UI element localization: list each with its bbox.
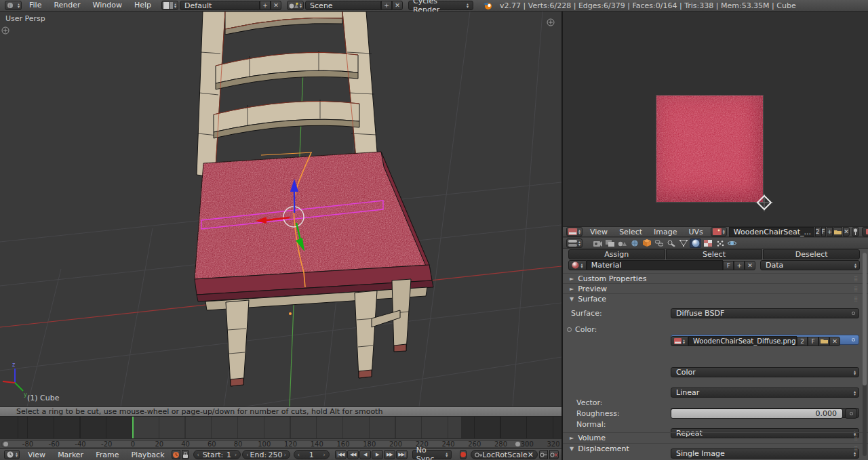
jump-to-start-button[interactable]: |◀◀ — [335, 450, 347, 459]
uv-menu-view[interactable]: View — [585, 228, 613, 236]
delete-keyframes-button[interactable] — [549, 450, 559, 459]
area-split-handle-icon[interactable] — [2, 27, 9, 34]
sync-mode-dropdown[interactable]: No Sync▴▾ — [412, 450, 452, 459]
panel-custom-properties[interactable]: ►Custom Properties⣿ — [563, 273, 868, 283]
uv-menu-select[interactable]: Select — [614, 228, 648, 236]
uv-image-editor[interactable] — [563, 12, 868, 226]
select-button[interactable]: Select — [666, 249, 763, 259]
open-image-button[interactable] — [818, 337, 829, 346]
image-users-count-button[interactable]: 2 — [797, 337, 808, 346]
menu-help[interactable]: Help — [128, 0, 157, 11]
timeline-ticks[interactable]: -80-60-40-200204060801001201401601802002… — [0, 438, 561, 448]
display-mode-dropdown[interactable]: View▴▾ — [862, 227, 868, 236]
tab-world[interactable] — [629, 238, 640, 248]
tab-particles[interactable] — [714, 238, 726, 248]
material-browse-button[interactable]: ▴▾ — [568, 260, 587, 270]
timeline-menu-view[interactable]: View — [22, 451, 51, 459]
tab-texture[interactable] — [702, 238, 713, 248]
scene-icon-button[interactable]: ▴▾ — [287, 1, 304, 10]
timeline-current-frame-cursor[interactable] — [132, 417, 134, 439]
tab-physics[interactable] — [726, 238, 738, 248]
lock-frame-toggle[interactable] — [182, 450, 189, 459]
jump-to-end-button[interactable]: ▶▶| — [396, 450, 408, 459]
add-scene-button[interactable]: + — [381, 1, 392, 10]
end-frame-field[interactable]: ‹End:250› — [242, 450, 290, 459]
screen-layout-icon-button[interactable]: ▴▾ — [161, 1, 178, 10]
uv-menu-image[interactable]: Image — [648, 228, 682, 236]
editor-type-image-button[interactable]: ▴▾ — [566, 227, 583, 236]
auto-keyframe-toggle[interactable] — [460, 450, 467, 459]
material-fake-user-button[interactable]: F — [723, 261, 734, 270]
color-space-dropdown[interactable]: Color▴▾ — [671, 367, 859, 377]
deselect-button[interactable]: Deselect — [763, 249, 860, 259]
3d-viewport[interactable]: z y (1) Cube User Persp — [0, 12, 561, 406]
scrollbar-thumb[interactable] — [863, 253, 867, 385]
unlink-image-button[interactable]: ✕ — [843, 227, 850, 236]
add-layout-button[interactable]: + — [260, 1, 271, 10]
assign-button[interactable]: Assign — [568, 249, 665, 259]
panel-drag-grip[interactable]: ⣿ — [854, 286, 859, 292]
timeline-menu-frame[interactable]: Frame — [90, 451, 124, 459]
timeline-menu-playback[interactable]: Playback — [125, 451, 170, 459]
unlink-image-button[interactable]: ✕ — [829, 337, 840, 346]
preview-range-toggle[interactable] — [172, 450, 180, 459]
interpolation-dropdown[interactable]: Linear▴▾ — [671, 388, 859, 398]
properties-scrollbar[interactable] — [863, 253, 867, 456]
material-name-field[interactable]: Material — [587, 260, 724, 270]
keying-set-field[interactable]: LocRotScale✕ — [471, 450, 538, 459]
open-image-button[interactable] — [833, 227, 842, 236]
tab-material[interactable] — [690, 238, 701, 248]
current-frame-field[interactable]: ‹1› — [294, 450, 330, 459]
tab-render-layers[interactable] — [604, 238, 616, 248]
next-keyframe-button[interactable]: ▶▶ — [384, 450, 395, 459]
panel-volume[interactable]: ►Volume⣿ — [563, 432, 868, 442]
tab-constraints[interactable] — [653, 238, 665, 248]
texture-image-browse-button[interactable]: ▴▾ — [671, 336, 688, 346]
editor-type-timeline-button[interactable]: ▴▾ — [4, 450, 20, 459]
texture-image-preview[interactable] — [656, 96, 763, 202]
material-link-dropdown[interactable]: Data▴▾ — [760, 260, 860, 270]
surface-shader-dropdown[interactable]: Diffuse BSDF — [671, 308, 859, 318]
3d-viewport-canvas[interactable]: z y (1) Cube User Persp — [0, 12, 561, 406]
texture-image-name-field[interactable]: WoodenChairSeat_Diffuse.png — [688, 336, 797, 346]
uv-2d-cursor-icon[interactable] — [755, 194, 773, 211]
play-reverse-button[interactable]: ◀ — [359, 450, 371, 459]
play-button[interactable]: ▶ — [372, 450, 383, 459]
image-name-field[interactable]: WoodenChairSeat_... — [729, 227, 814, 237]
roughness-socket-button[interactable] — [845, 409, 857, 419]
fake-user-button[interactable]: F — [821, 227, 826, 236]
panel-drag-grip[interactable]: ⣿ — [854, 276, 859, 282]
roughness-slider[interactable]: 0.000 — [671, 409, 843, 419]
menu-render[interactable]: Render — [47, 0, 86, 11]
scene-selector[interactable]: Scene — [305, 1, 381, 10]
image-users-count-button[interactable]: 2 — [815, 227, 821, 236]
insert-keyframes-button[interactable] — [539, 450, 548, 459]
pin-button[interactable] — [852, 227, 859, 236]
material-unlink-button[interactable]: ✕ — [745, 261, 755, 270]
timeline-menu-marker[interactable]: Marker — [52, 451, 89, 459]
panel-surface[interactable]: ▼Surface⣿ — [563, 293, 868, 304]
editor-type-info-button[interactable]: i ▴▾ — [5, 1, 22, 10]
delete-scene-button[interactable]: ✕ — [392, 1, 403, 10]
tab-object[interactable] — [641, 238, 652, 248]
timeline-track[interactable] — [0, 416, 561, 438]
panel-drag-grip[interactable]: ⣿ — [854, 296, 859, 302]
uv-menu-uvs[interactable]: UVs — [684, 228, 709, 236]
prev-keyframe-button[interactable]: ◀◀ — [347, 450, 359, 459]
image-datablock-icon-button[interactable]: ▴▾ — [711, 227, 727, 236]
tab-modifiers[interactable] — [665, 238, 677, 248]
editor-type-properties-button[interactable]: ▴▾ — [566, 238, 583, 248]
panel-displacement[interactable]: ▼Displacement⣿ — [563, 443, 868, 453]
tab-render[interactable] — [592, 238, 604, 248]
delete-layout-button[interactable]: ✕ — [271, 1, 281, 10]
clear-keying-set-icon[interactable]: ✕ — [528, 451, 534, 459]
material-add-button[interactable]: + — [734, 261, 745, 270]
panel-drag-grip[interactable]: ⣿ — [854, 435, 859, 441]
area-split-handle-right-icon[interactable] — [547, 19, 554, 26]
panel-preview[interactable]: ►Preview⣿ — [563, 283, 868, 293]
scrollbar-right-knob[interactable] — [515, 442, 520, 446]
tab-scene[interactable] — [616, 238, 628, 248]
menu-window[interactable]: Window — [87, 0, 128, 11]
new-image-button[interactable]: + — [827, 227, 833, 236]
image-fake-user-button[interactable]: F — [808, 337, 818, 346]
